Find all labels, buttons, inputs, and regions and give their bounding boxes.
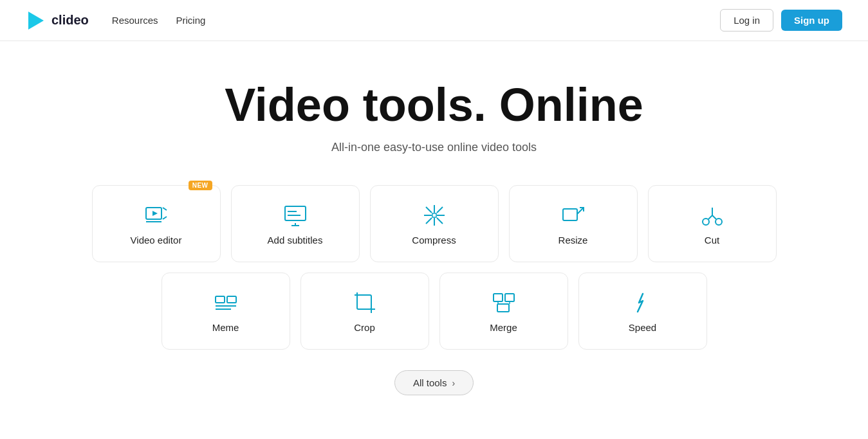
compress-icon	[421, 202, 447, 228]
tool-card-resize[interactable]: Resize	[509, 185, 638, 262]
compress-label: Compress	[412, 235, 456, 246]
svg-rect-28	[227, 296, 236, 303]
resize-label: Resize	[559, 235, 588, 246]
svg-point-23	[716, 219, 722, 225]
all-tools-button[interactable]: All tools ›	[394, 370, 474, 395]
all-tools-label: All tools	[413, 377, 447, 388]
svg-line-25	[712, 215, 716, 219]
svg-point-22	[703, 219, 709, 225]
tool-card-speed[interactable]: Speed	[578, 273, 707, 350]
svg-line-5	[163, 217, 167, 219]
svg-line-18	[426, 218, 432, 224]
svg-rect-20	[563, 209, 577, 220]
hero-subtitle: All-in-one easy-to-use online video tool…	[331, 141, 537, 154]
svg-line-4	[163, 208, 167, 210]
video-editor-label: Video editor	[131, 235, 182, 246]
tool-card-crop[interactable]: Crop	[300, 273, 429, 350]
tool-card-add-subtitles[interactable]: Add subtitles	[231, 185, 360, 262]
crop-label: Crop	[354, 322, 375, 333]
tools-row-2: Meme Crop	[80, 273, 788, 350]
tool-card-meme[interactable]: Meme	[162, 273, 290, 350]
logo-text: clideo	[51, 13, 89, 28]
add-subtitles-label: Add subtitles	[268, 235, 323, 246]
svg-line-15	[426, 207, 432, 213]
tool-card-video-editor[interactable]: NEW Video editor	[92, 185, 221, 262]
tool-card-compress[interactable]: Compress	[370, 185, 499, 262]
login-button[interactable]: Log in	[720, 9, 773, 31]
svg-line-24	[708, 215, 712, 219]
speed-icon	[630, 290, 656, 316]
svg-marker-0	[28, 12, 44, 30]
clideo-logo-icon	[26, 10, 46, 31]
speed-label: Speed	[629, 322, 656, 333]
header: clideo Resources Pricing Log in Sign up	[0, 0, 868, 41]
header-actions: Log in Sign up	[720, 9, 842, 31]
cut-label: Cut	[705, 235, 719, 246]
resize-icon	[560, 202, 586, 228]
svg-marker-19	[432, 213, 436, 217]
svg-rect-31	[357, 295, 371, 309]
merge-label: Merge	[490, 322, 517, 333]
svg-line-16	[437, 218, 443, 224]
tools-wrapper: NEW Video editor	[80, 185, 788, 350]
video-editor-icon	[143, 202, 169, 228]
tool-card-merge[interactable]: Merge	[439, 273, 568, 350]
svg-rect-6	[285, 206, 306, 220]
meme-label: Meme	[212, 322, 239, 333]
svg-rect-36	[494, 294, 503, 301]
logo[interactable]: clideo	[26, 10, 89, 31]
svg-rect-38	[497, 304, 509, 312]
svg-rect-27	[216, 296, 225, 303]
cut-icon	[699, 202, 725, 228]
tool-card-cut[interactable]: Cut	[648, 185, 777, 262]
svg-line-21	[577, 208, 584, 214]
svg-marker-2	[152, 211, 158, 216]
tools-row-1: NEW Video editor	[80, 185, 788, 262]
nav-pricing[interactable]: Pricing	[176, 15, 206, 26]
hero-title: Video tools. Online	[225, 80, 643, 130]
main-content: Video tools. Online All-in-one easy-to-u…	[0, 41, 868, 434]
nav-resources[interactable]: Resources	[112, 15, 158, 26]
svg-line-17	[437, 207, 443, 213]
merge-icon	[491, 290, 517, 316]
crop-icon	[352, 290, 378, 316]
add-subtitles-icon	[282, 202, 308, 228]
meme-icon	[213, 290, 239, 316]
new-badge: NEW	[189, 181, 212, 190]
signup-button[interactable]: Sign up	[781, 10, 842, 31]
chevron-right-icon: ›	[452, 378, 455, 388]
main-nav: Resources Pricing	[112, 15, 206, 26]
svg-rect-37	[505, 294, 514, 301]
